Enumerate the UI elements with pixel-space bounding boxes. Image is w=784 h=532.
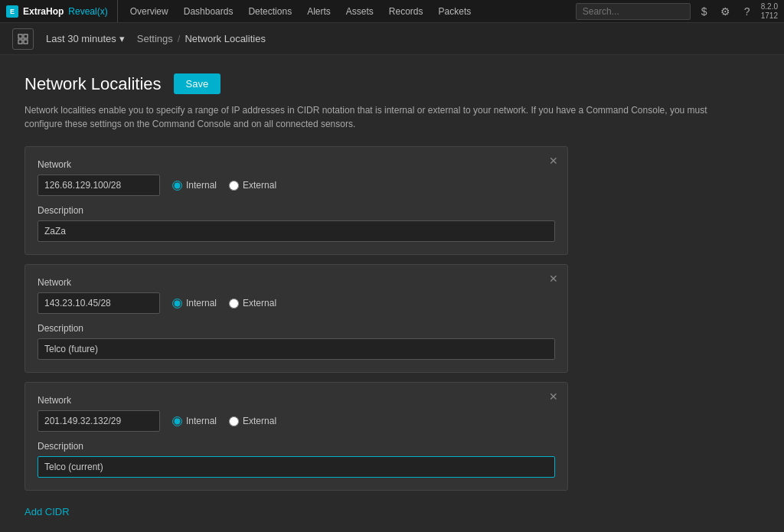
svg-rect-3 <box>24 40 28 44</box>
layout-icon <box>12 28 34 50</box>
network-label-2: Network <box>38 277 555 288</box>
svg-rect-0 <box>18 34 22 38</box>
radio-external-3[interactable]: External <box>229 416 276 426</box>
network-input-3[interactable] <box>38 410 160 432</box>
svg-rect-2 <box>18 40 22 44</box>
save-button[interactable]: Save <box>174 73 221 94</box>
radio-internal-2[interactable]: Internal <box>172 298 217 308</box>
breadcrumb: Settings / Network Localities <box>137 33 266 44</box>
radio-external-2[interactable]: External <box>229 298 276 308</box>
description-input-2[interactable] <box>38 338 555 360</box>
network-label-1: Network <box>38 159 555 170</box>
description-label-3: Description <box>38 441 555 452</box>
close-card-2-button[interactable]: ✕ <box>549 273 558 285</box>
close-card-1-button[interactable]: ✕ <box>549 155 558 167</box>
nav-packets[interactable]: Packets <box>431 0 479 23</box>
nav-icons: $ ⚙ ? 8.2.0 1712 <box>697 2 778 21</box>
account-icon[interactable]: $ <box>697 4 712 19</box>
search-input[interactable] <box>576 3 691 20</box>
page-title: Network Localities <box>24 74 162 94</box>
add-cidr-button[interactable]: Add CIDR <box>24 506 70 517</box>
secondary-bar: Last 30 minutes ▾ Settings / Network Loc… <box>0 23 784 55</box>
page-description: Network localities enable you to specify… <box>24 103 714 131</box>
time-selector[interactable]: Last 30 minutes ▾ <box>46 33 125 44</box>
svg-rect-1 <box>24 34 28 38</box>
network-card-3: ✕ Network Internal External Description <box>24 382 568 491</box>
nav-overview[interactable]: Overview <box>122 0 176 23</box>
network-row-1: Internal External <box>38 175 555 196</box>
nav-records[interactable]: Records <box>381 0 431 23</box>
logo-area: E ExtraHop Reveal(x) <box>6 0 118 22</box>
network-input-1[interactable] <box>38 175 160 196</box>
close-card-3-button[interactable]: ✕ <box>549 390 558 403</box>
network-card-1: ✕ Network Internal External Description <box>24 146 568 255</box>
radio-internal-3[interactable]: Internal <box>172 416 217 426</box>
description-input-1[interactable] <box>38 220 555 242</box>
radio-external-1[interactable]: External <box>229 180 276 191</box>
radio-internal-1[interactable]: Internal <box>172 180 217 191</box>
page-header: Network Localities Save <box>24 73 760 94</box>
extrahop-logo-icon: E <box>6 5 18 18</box>
reveal-text: Reveal(x) <box>68 6 107 17</box>
network-row-3: Internal External <box>38 410 555 432</box>
radio-group-3: Internal External <box>172 416 276 426</box>
nav-dashboards[interactable]: Dashboards <box>176 0 241 23</box>
radio-group-2: Internal External <box>172 298 276 308</box>
nav-alerts[interactable]: Alerts <box>299 0 338 23</box>
help-icon[interactable]: ? <box>740 4 755 19</box>
network-input-2[interactable] <box>38 292 160 314</box>
breadcrumb-parent[interactable]: Settings <box>137 33 173 44</box>
breadcrumb-current: Network Localities <box>185 33 266 44</box>
settings-icon[interactable]: ⚙ <box>718 4 733 19</box>
description-input-3[interactable] <box>38 456 555 478</box>
nav-assets[interactable]: Assets <box>338 0 381 23</box>
radio-group-1: Internal External <box>172 180 276 191</box>
network-label-3: Network <box>38 395 555 406</box>
description-label-2: Description <box>38 323 555 334</box>
nav-detections[interactable]: Detections <box>240 0 299 23</box>
network-row-2: Internal External <box>38 292 555 314</box>
main-content: Network Localities Save Network localiti… <box>0 55 784 532</box>
description-label-1: Description <box>38 205 555 216</box>
version-badge: 8.2.0 1712 <box>761 2 778 21</box>
top-nav: E ExtraHop Reveal(x) Overview Dashboards… <box>0 0 784 23</box>
breadcrumb-separator: / <box>178 33 181 44</box>
search-area <box>576 3 691 20</box>
logo-text: ExtraHop <box>23 6 64 17</box>
chevron-down-icon: ▾ <box>119 33 125 44</box>
network-card-2: ✕ Network Internal External Description <box>24 264 568 373</box>
nav-links: Overview Dashboards Detections Alerts As… <box>122 0 576 23</box>
